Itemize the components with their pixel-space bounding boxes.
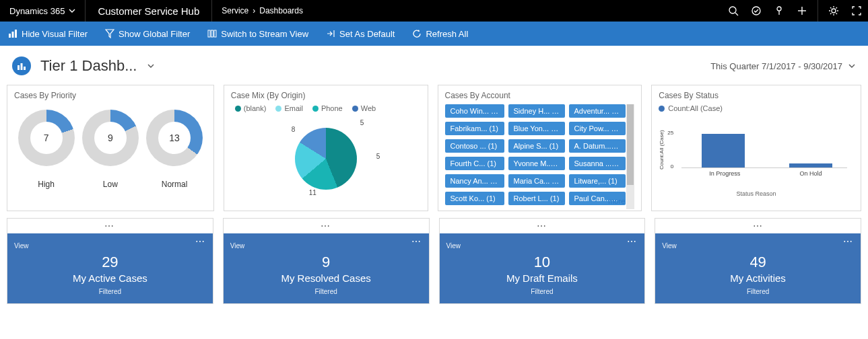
- pie-chart[interactable]: [295, 128, 357, 190]
- card-cases-by-account: Cases By Account Coho Win... (2)Sidney H…: [438, 85, 642, 211]
- stream-activities[interactable]: ⋯ View ⋯ 49 My Activities Filtered: [655, 218, 861, 304]
- crumb-dashboards[interactable]: Dashboards: [259, 6, 303, 15]
- brand-label: Dynamics 365: [9, 6, 65, 16]
- svg-rect-16: [9, 34, 11, 38]
- app-topbar: Dynamics 365 Customer Service Hub Servic…: [0, 0, 868, 22]
- account-tag[interactable]: Yvonne M... (1): [508, 157, 565, 170]
- search-icon[interactable]: [722, 0, 745, 22]
- dashboard-title: Tier 1 Dashb...: [40, 57, 137, 75]
- account-tag[interactable]: Alpine S... (1): [508, 139, 565, 153]
- svg-rect-18: [15, 30, 17, 38]
- account-tag[interactable]: Blue Yon... (1): [508, 122, 565, 135]
- help-icon[interactable]: [768, 0, 791, 22]
- tile-name: My Resolved Cases: [230, 272, 422, 284]
- card-title: Cases By Account: [445, 91, 635, 100]
- svg-rect-23: [21, 63, 23, 70]
- show-global-filter-button[interactable]: Show Global Filter: [105, 29, 190, 39]
- donut-label: Low: [103, 180, 118, 189]
- card-title: Cases By Status: [659, 91, 854, 100]
- x-category: On Hold: [768, 170, 854, 177]
- account-tag[interactable]: Litware,... (1): [569, 174, 626, 188]
- view-label: View: [446, 242, 461, 250]
- bar-legend: Count:All (Case): [659, 104, 854, 112]
- account-tag[interactable]: Scott Ko... (1): [445, 192, 504, 205]
- pie-value-label: 11: [309, 189, 316, 196]
- switch-stream-button[interactable]: Switch to Stream View: [207, 29, 308, 39]
- account-tag[interactable]: City Pow... (1): [569, 122, 626, 135]
- set-default-button[interactable]: Set As Default: [326, 29, 395, 39]
- stream-tiles: ⋯ View ⋯ 29 My Active Cases Filtered ⋯ V…: [0, 211, 868, 304]
- donut-label: High: [38, 180, 55, 189]
- svg-rect-22: [18, 65, 20, 70]
- pie-legend: (blank) Email Phone Web: [235, 104, 421, 112]
- svg-point-7: [832, 9, 836, 13]
- x-category: In Progress: [681, 170, 768, 177]
- stream-active-cases[interactable]: ⋯ View ⋯ 29 My Active Cases Filtered: [7, 218, 213, 304]
- svg-line-13: [836, 13, 838, 15]
- account-tag[interactable]: Adventur... (1): [569, 104, 626, 118]
- svg-line-1: [735, 13, 738, 15]
- dashboard-title-row: Tier 1 Dashb... This Quarter 7/1/2017 - …: [0, 46, 868, 85]
- visual-filter-row: Cases By Priority 7 High 9 Low 13 Normal…: [0, 85, 868, 211]
- crumb-service[interactable]: Service: [222, 6, 248, 15]
- stream-resolved-cases[interactable]: ⋯ View ⋯ 9 My Resolved Cases Filtered: [223, 218, 430, 304]
- account-tag[interactable]: Contoso ... (1): [445, 139, 504, 153]
- donut-low[interactable]: 9: [82, 110, 139, 166]
- chevron-down-icon: [69, 7, 75, 14]
- more-link[interactable]: more: [608, 197, 625, 205]
- tile-count: 9: [230, 254, 422, 271]
- brand-switcher[interactable]: Dynamics 365: [0, 0, 86, 22]
- account-tag[interactable]: Maria Ca... (1): [508, 174, 565, 188]
- account-tag[interactable]: A. Datum... (1): [569, 139, 626, 153]
- card-title: Cases By Priority: [14, 91, 207, 100]
- gear-icon[interactable]: [822, 0, 845, 22]
- pie-value-label: 8: [292, 126, 296, 133]
- card-case-mix: Case Mix (By Origin) (blank) Email Phone…: [224, 85, 428, 211]
- scrollbar-thumb[interactable]: [627, 104, 634, 185]
- tile-more-icon[interactable]: ⋯: [411, 236, 422, 247]
- tile-more-icon[interactable]: ⋯: [195, 236, 206, 247]
- chart-icon: [8, 29, 18, 38]
- task-icon[interactable]: [745, 0, 768, 22]
- x-axis-title: Status Reason: [659, 190, 854, 197]
- tile-more-top[interactable]: ⋯: [7, 219, 213, 233]
- y-tick: 25: [667, 130, 673, 136]
- bar-on-hold[interactable]: [789, 163, 832, 167]
- tile-more-top[interactable]: ⋯: [655, 219, 861, 233]
- bar-plot[interactable]: In Progress On Hold: [681, 115, 854, 189]
- date-range-selector[interactable]: This Quarter 7/1/2017 - 9/30/2017: [710, 61, 856, 71]
- legend-swatch: [659, 106, 665, 112]
- tile-filtered: Filtered: [662, 288, 854, 295]
- crumb-sep: ›: [253, 6, 255, 15]
- donut-normal[interactable]: 13: [146, 110, 203, 166]
- tile-filtered: Filtered: [14, 288, 206, 295]
- legend-swatch: [352, 106, 358, 112]
- tile-more-top[interactable]: ⋯: [224, 219, 429, 233]
- refresh-all-button[interactable]: Refresh All: [412, 29, 468, 39]
- dashboard-selector[interactable]: [146, 61, 156, 71]
- refresh-icon: [412, 29, 422, 38]
- tile-more-icon[interactable]: ⋯: [843, 236, 854, 247]
- account-tag[interactable]: Fourth C... (1): [445, 157, 504, 170]
- pie-value-label: 5: [360, 119, 364, 126]
- account-tag[interactable]: Sidney H... (1): [508, 104, 565, 118]
- account-tag[interactable]: Susanna ... (1): [569, 157, 626, 170]
- pin-icon: [326, 29, 335, 38]
- tile-name: My Active Cases: [14, 272, 206, 284]
- scrollbar[interactable]: [626, 104, 634, 209]
- bar-in-progress[interactable]: [702, 134, 745, 167]
- account-tag[interactable]: Nancy An... (1): [445, 174, 504, 188]
- breadcrumb: Service › Dashboards: [212, 0, 312, 22]
- fullscreen-icon[interactable]: [845, 0, 868, 22]
- donut-high[interactable]: 7: [18, 110, 75, 166]
- tile-more-icon[interactable]: ⋯: [627, 236, 638, 247]
- tile-name: My Draft Emails: [446, 272, 638, 284]
- add-icon[interactable]: [791, 0, 813, 22]
- account-tag[interactable]: Fabrikam... (1): [445, 122, 504, 135]
- tile-more-top[interactable]: ⋯: [440, 219, 645, 233]
- account-tag[interactable]: Robert L... (1): [508, 192, 565, 205]
- stream-draft-emails[interactable]: ⋯ View ⋯ 10 My Draft Emails Filtered: [439, 218, 646, 304]
- account-tag[interactable]: Coho Win... (2): [445, 104, 504, 118]
- hide-visual-filter-button[interactable]: Hide Visual Filter: [8, 29, 88, 39]
- view-label: View: [14, 242, 29, 250]
